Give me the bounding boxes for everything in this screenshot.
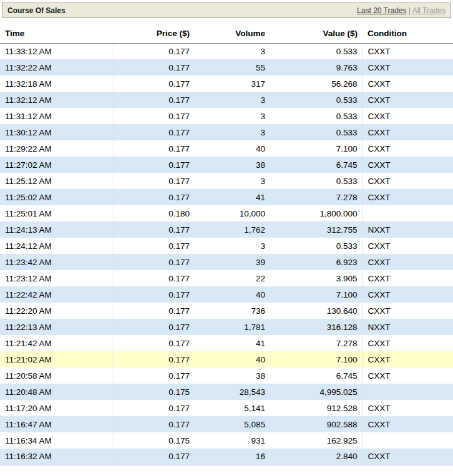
table-row[interactable]: 11:33:12 AM 0.177 3 0.533 CXXT (0, 43, 453, 59)
value-cell: 0.533 (270, 238, 363, 254)
price-cell: 0.177 (114, 416, 195, 432)
condition-cell: CXXT (363, 238, 453, 254)
table-row[interactable]: 11:32:22 AM 0.177 55 9.763 CXXT (0, 59, 453, 75)
column-header-price: Price ($) (114, 24, 195, 43)
time-cell: 11:22:13 AM (0, 319, 114, 335)
volume-cell: 40 (195, 286, 270, 303)
value-cell: 7.100 (270, 351, 363, 367)
table-row[interactable]: 11:30:12 AM 0.177 3 0.533 CXXT (0, 124, 453, 140)
table-row[interactable]: 11:20:58 AM 0.177 38 6.745 CXXT (0, 367, 453, 384)
price-cell: 0.177 (114, 238, 195, 254)
value-cell: 9.763 (270, 59, 363, 75)
time-cell: 11:25:02 AM (0, 189, 114, 205)
table-row[interactable]: 11:16:47 AM 0.177 5,085 902.588 CXXT (0, 416, 453, 432)
price-cell: 0.177 (114, 335, 195, 351)
table-row[interactable]: 11:29:22 AM 0.177 40 7.100 CXXT (0, 140, 453, 157)
condition-cell: CXXT (363, 140, 453, 157)
course-of-sales-header-bar: Course Of Sales Last 20 Trades | All Tra… (2, 2, 451, 18)
time-cell: 11:32:12 AM (0, 92, 114, 108)
time-cell: 11:24:12 AM (0, 238, 114, 254)
table-row[interactable]: 11:27:02 AM 0.177 38 6.745 CXXT (0, 157, 453, 173)
value-cell: 4,995.025 (270, 384, 363, 400)
condition-cell: CXXT (363, 157, 453, 173)
price-cell: 0.177 (114, 303, 195, 319)
value-cell: 0.533 (270, 43, 363, 59)
price-cell: 0.177 (114, 367, 195, 384)
condition-cell: CXXT (363, 173, 453, 189)
table-row[interactable]: 11:21:02 AM 0.177 40 7.100 CXXT (0, 351, 453, 367)
last-20-trades-link[interactable]: Last 20 Trades (357, 6, 406, 15)
table-row[interactable]: 11:21:42 AM 0.177 41 7.278 CXXT (0, 335, 453, 351)
time-cell: 11:21:42 AM (0, 335, 114, 351)
table-row[interactable]: 11:22:42 AM 0.177 40 7.100 CXXT (0, 286, 453, 303)
table-row[interactable]: 11:20:48 AM 0.175 28,543 4,995.025 (0, 384, 453, 400)
condition-cell: CXXT (363, 92, 453, 108)
time-cell: 11:20:58 AM (0, 367, 114, 384)
price-cell: 0.177 (114, 319, 195, 335)
table-row[interactable]: 11:22:20 AM 0.177 736 130.640 CXXT (0, 303, 453, 319)
table-row[interactable]: 11:23:12 AM 0.177 22 3.905 CXXT (0, 270, 453, 286)
table-row[interactable]: 11:24:12 AM 0.177 3 0.533 CXXT (0, 238, 453, 254)
value-cell: 2.840 (270, 449, 363, 465)
time-cell: 11:32:18 AM (0, 75, 114, 92)
volume-cell: 1,762 (195, 221, 270, 238)
table-row[interactable]: 11:25:02 AM 0.177 41 7.278 CXXT (0, 189, 453, 205)
table-row[interactable]: 11:25:01 AM 0.180 10,000 1,800.000 (0, 205, 453, 221)
price-cell: 0.175 (114, 384, 195, 400)
column-header-volume: Volume (195, 24, 270, 43)
table-row[interactable]: 11:22:13 AM 0.177 1,781 316.128 NXXT (0, 319, 453, 335)
time-cell: 11:22:42 AM (0, 286, 114, 303)
volume-cell: 5,141 (195, 400, 270, 416)
trades-view-links: Last 20 Trades | All Trades (357, 6, 446, 15)
table-row[interactable]: 11:16:34 AM 0.175 931 162.925 (0, 432, 453, 449)
value-cell: 902.588 (270, 416, 363, 432)
condition-cell: CXXT (363, 108, 453, 124)
volume-cell: 41 (195, 189, 270, 205)
table-row[interactable]: 11:25:12 AM 0.177 3 0.533 CXXT (0, 173, 453, 189)
time-cell: 11:16:32 AM (0, 449, 114, 465)
price-cell: 0.177 (114, 43, 195, 59)
volume-cell: 28,543 (195, 384, 270, 400)
column-header-time: Time (0, 24, 114, 43)
volume-cell: 38 (195, 367, 270, 384)
value-cell: 312.755 (270, 221, 363, 238)
table-row[interactable]: 11:17:20 AM 0.177 5,141 912.528 CXXT (0, 400, 453, 416)
all-trades-link[interactable]: All Trades (412, 6, 446, 15)
time-cell: 11:23:42 AM (0, 254, 114, 270)
condition-cell (363, 384, 453, 400)
volume-cell: 3 (195, 43, 270, 59)
panel-title: Course Of Sales (7, 6, 66, 15)
condition-cell: CXXT (363, 416, 453, 432)
value-cell: 7.278 (270, 335, 363, 351)
time-cell: 11:31:12 AM (0, 108, 114, 124)
condition-cell: CXXT (363, 270, 453, 286)
volume-cell: 41 (195, 335, 270, 351)
condition-cell: CXXT (363, 351, 453, 367)
condition-cell: CXXT (363, 367, 453, 384)
price-cell: 0.177 (114, 400, 195, 416)
volume-cell: 5,085 (195, 416, 270, 432)
table-row[interactable]: 11:32:18 AM 0.177 317 56.268 CXXT (0, 75, 453, 92)
price-cell: 0.177 (114, 286, 195, 303)
volume-cell: 3 (195, 238, 270, 254)
value-cell: 6.745 (270, 157, 363, 173)
price-cell: 0.177 (114, 449, 195, 465)
table-row[interactable]: 11:16:32 AM 0.177 16 2.840 CXXT (0, 449, 453, 465)
time-cell: 11:29:22 AM (0, 140, 114, 157)
table-row[interactable]: 11:31:12 AM 0.177 3 0.533 CXXT (0, 108, 453, 124)
table-row[interactable]: 11:32:12 AM 0.177 3 0.533 CXXT (0, 92, 453, 108)
price-cell: 0.177 (114, 157, 195, 173)
volume-cell: 39 (195, 254, 270, 270)
condition-cell: NXXT (363, 221, 453, 238)
volume-cell: 3 (195, 92, 270, 108)
value-cell: 7.278 (270, 189, 363, 205)
time-cell: 11:33:12 AM (0, 43, 114, 59)
volume-cell: 40 (195, 351, 270, 367)
condition-cell: NXXT (363, 319, 453, 335)
value-cell: 0.533 (270, 124, 363, 140)
table-row[interactable]: 11:24:13 AM 0.177 1,762 312.755 NXXT (0, 221, 453, 238)
table-row[interactable]: 11:23:42 AM 0.177 39 6.923 CXXT (0, 254, 453, 270)
condition-cell: CXXT (363, 400, 453, 416)
condition-cell: CXXT (363, 449, 453, 465)
table-header-row: Time Price ($) Volume Value ($) Conditio… (0, 24, 453, 43)
